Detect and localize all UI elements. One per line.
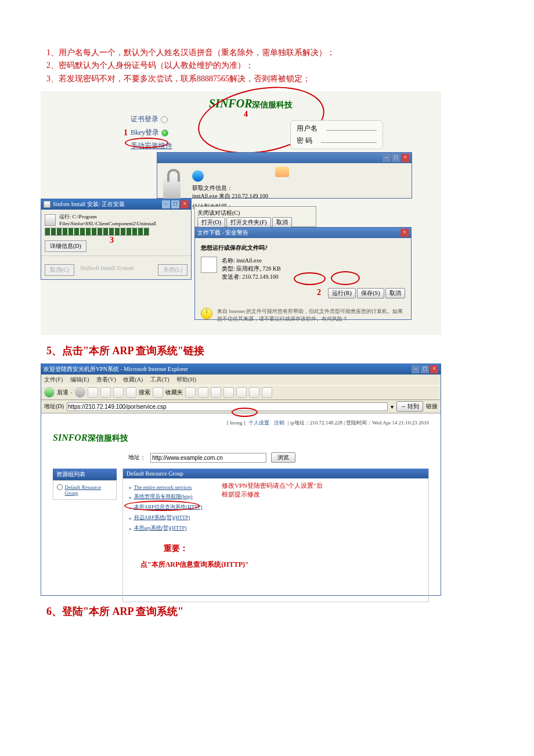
user-label: 用户名 [297,124,317,134]
open-button[interactable]: 打开(O) [197,217,225,228]
tool-button-4[interactable] [262,387,272,398]
warning-icon: ! [201,308,212,319]
login-box: 用户名 密 码 [290,120,383,149]
download-progress-window: – □ × 获取文件信息： instAll.exe 来自 210.72.149.… [157,152,412,199]
back-button[interactable] [44,387,55,398]
intro-line-1: 1、用户名每人一个，默认为个人姓名汉语拼音（重名除外，需单独联系解决）； [46,46,488,59]
ie-vpn-portal-screenshot: 欢迎登陆西安光机所VPN系统 - Microsoft Internet Expl… [41,363,441,596]
disk-icon [44,201,50,208]
close-button[interactable]: × [430,365,438,373]
anno-3: 3 [110,236,114,245]
user-field[interactable] [326,124,377,131]
window-buttons: – □ × [383,154,409,162]
radio-icon [57,484,63,490]
cancel-button[interactable]: 取消 [272,217,292,228]
open-folder-button[interactable]: 打开文件夹(F) [226,217,270,228]
history-button[interactable] [185,387,196,398]
close-dialog: 关闭该对话框(C) 打开(O) 打开文件夹(F) 取消 [194,206,316,227]
close-button[interactable]: × [401,154,409,162]
address-input[interactable] [67,402,388,411]
sinfor-logo: SINFOR深信服科技 [53,433,429,444]
print-button[interactable] [211,387,221,398]
intro-list: 1、用户名每人一个，默认为个人姓名汉语拼音（重名除外，需单独联系解决）； 2、密… [46,46,488,85]
red-circle-personal [232,408,258,417]
maximize-button[interactable]: □ [421,365,429,373]
ie-toolbar: 后退 · 搜索 收藏夹 [41,385,441,400]
sec-question: 您想运行或保存此文件吗? [201,244,405,252]
pass-label: 密 码 [297,136,312,146]
stop-button[interactable] [88,387,98,398]
browse-address-row: 地址： 浏览 [128,452,429,463]
save-button[interactable]: 保存(S) [357,288,384,298]
anno-1: 1 [124,128,128,138]
run-button[interactable]: 运行(R) [328,288,355,298]
sidebar-item-default[interactable]: Default Resource Group [57,484,113,496]
refresh-button[interactable] [100,387,111,398]
resource-item: »科迈ARP系统(暂)(HTTP) [129,514,423,521]
installer-icon [45,214,56,226]
menu-fav[interactable]: 收藏(A) [123,376,143,383]
forward-button[interactable] [75,387,85,398]
menu-tools[interactable]: 工具(T) [150,376,169,383]
main-header: Default Resource Group [123,469,428,478]
intro-line-2: 2、密码默认为个人身份证号码（以人教处维护的为准）； [46,59,488,72]
favorites-icon[interactable] [153,387,163,398]
ie-page-content: [ lirong ] 个人设置 注销 | ip地址：210.72.148.228… [41,413,441,608]
tool-button-3[interactable] [249,387,259,398]
close-button[interactable]: × [400,229,409,237]
step-5-heading: 5、点击"本所 ARP 查询系统"链接 [46,344,488,358]
lock-icon [163,177,181,200]
progress-bar [45,228,149,236]
cancel-button[interactable]: 取消 [385,288,405,298]
tool-button-2[interactable] [236,387,247,398]
minimize-button[interactable]: – [162,200,170,208]
important-instruction: 点"本所ARP信息查询系统(HTTP)" [140,560,423,570]
menu-edit[interactable]: 编辑(E) [70,376,89,383]
personal-settings-link[interactable]: 个人设置 [248,420,269,426]
vpn-login-screenshot: SINFOR深信服科技 4 证书登录 Bkey登录 手动安装组件 1 用户名 密… [41,91,441,335]
intro-line-3: 3、若发现密码不对，不要多次尝试，联系88887565解决，否则将被锁定； [46,73,488,85]
top-user-bar: [ lirong ] 个人设置 注销 | ip地址：210.72.148.228… [53,419,429,427]
browse-input[interactable] [150,453,266,463]
anno-2: 2 [317,288,321,297]
go-button[interactable]: → 转到 [396,401,424,412]
mail-button[interactable] [198,387,208,398]
cancel-button[interactable]: 取消(C) [45,264,74,276]
details-button[interactable]: 详细信息(D) [45,240,86,252]
bkey-login[interactable]: Bkey登录 [131,128,172,138]
menu-help[interactable]: 帮助(H) [176,376,196,383]
menu-view[interactable]: 查看(V) [96,376,116,383]
minimize-button[interactable]: – [383,154,391,162]
maximize-button[interactable]: □ [171,200,179,208]
red-circle-2-save [331,271,360,285]
search-icon[interactable] [126,387,136,398]
annot-modify-pwd: 修改VPN登陆密码请点"个人设置"后根据提示修改 [222,481,323,499]
login-methods: 证书登录 Bkey登录 手动安装组件 [131,114,172,154]
sidebar-header: 资源组列表 [53,469,117,480]
globe-icon [192,170,204,182]
logout-link[interactable]: 注销 [274,420,284,426]
ie-titlebar: 欢迎登陆西安光机所VPN系统 - Microsoft Internet Expl… [41,364,441,375]
close-button[interactable]: 关闭(L) [158,264,187,276]
folder-icon [275,167,289,177]
resource-item: »本所arp系统(暂)(HTTP) [129,524,423,532]
anno-4: 4 [244,110,248,119]
important-label: 重要： [164,543,423,554]
browse-button[interactable]: 浏览 [271,452,295,463]
sidebar: 资源组列表 Default Resource Group [53,469,117,602]
ie-menu: 文件(F) 编辑(E) 查看(V) 收藏(A) 工具(T) 帮助(H) [41,375,441,385]
resource-main: Default Resource Group »The entire netwo… [122,469,429,602]
install-window: Sinfors Install 安装: 正在安装 – □ × 运行: C:\Pr… [41,199,192,280]
tool-button-1[interactable] [223,387,234,398]
vendor-text: Nullsoft Install System [80,265,134,271]
minimize-button[interactable]: – [412,365,420,373]
menu-file[interactable]: 文件(F) [44,376,63,383]
cert-login[interactable]: 证书登录 [131,114,172,124]
maximize-button[interactable]: □ [392,154,400,162]
pass-field[interactable] [321,136,377,143]
home-button[interactable] [113,387,124,398]
close-button[interactable]: × [181,200,189,208]
file-icon [201,257,217,273]
